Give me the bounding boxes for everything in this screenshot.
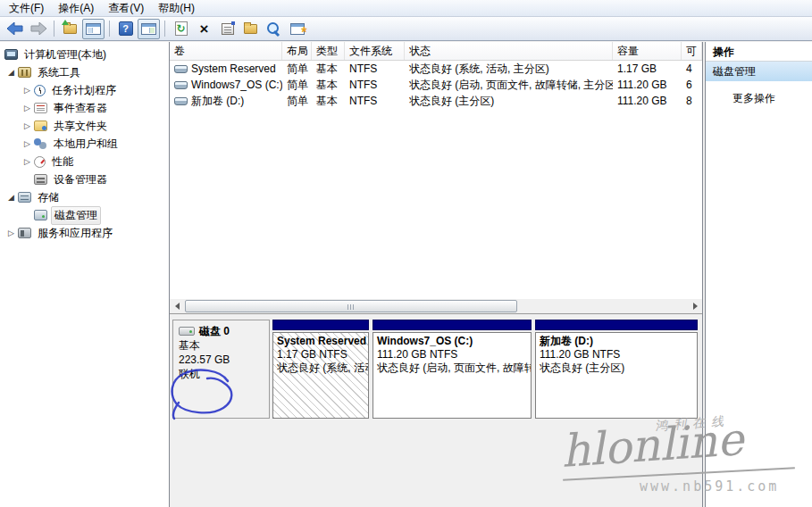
partitions: System Reserved 1.17 GB NTFS 状态良好 (系统, 活… (272, 320, 698, 419)
tree-item-local-users[interactable]: ▷ 本地用户和组 (0, 135, 169, 153)
horizontal-scrollbar[interactable] (170, 299, 702, 313)
partition-size: 1.17 GB NTFS (277, 348, 364, 362)
more-actions-item[interactable]: 更多操作 (706, 88, 812, 108)
tree-item-system-tools[interactable]: ◢ 系统工具 (0, 63, 169, 81)
volume-fs: NTFS (345, 93, 405, 109)
show-console-tree-icon (86, 23, 101, 35)
tree-item-performance[interactable]: ▷ 性能 (0, 153, 169, 170)
disk0-status: 联机 (179, 367, 264, 381)
partition-name: Windows7_OS (C:) (377, 335, 527, 348)
partition-windows7-os[interactable]: Windows7_OS (C:) 111.20 GB NTFS 状态良好 (启动… (373, 320, 532, 419)
volume-list: 卷 布局 类型 文件系统 状态 容量 可 System Reserved 简单 … (170, 42, 702, 299)
column-header-layout[interactable]: 布局 (282, 42, 312, 60)
volume-row-windows7-os[interactable]: Windows7_OS (C:) 简单 基本 NTFS 状态良好 (启动, 页面… (170, 77, 702, 93)
menu-view[interactable]: 查看(V) (101, 0, 151, 18)
volume-fs: NTFS (345, 77, 405, 93)
toolbar (0, 17, 812, 41)
expander-expanded-icon[interactable]: ◢ (5, 68, 17, 77)
volume-layout: 简单 (282, 61, 312, 77)
menu-bar: 文件(F) 操作(A) 查看(V) 帮助(H) (0, 0, 812, 17)
show-action-pane-button[interactable] (138, 19, 160, 39)
partition-status: 状态良好 (主分区) (540, 362, 693, 375)
scroll-left-button[interactable] (170, 299, 184, 313)
tree-item-services-apps[interactable]: ▷ 服务和应用程序 (0, 224, 169, 242)
delete-icon (200, 21, 209, 37)
volume-layout: 简单 (282, 93, 312, 109)
column-header-free[interactable]: 可 (682, 42, 702, 60)
volume-list-header: 卷 布局 类型 文件系统 状态 容量 可 (170, 42, 702, 61)
column-header-status[interactable]: 状态 (405, 42, 613, 60)
performance-icon (34, 156, 46, 168)
tree-item-device-manager[interactable]: 设备管理器 (0, 170, 169, 188)
primary-partition-band (535, 320, 698, 330)
scroll-right-button[interactable] (688, 299, 702, 313)
menu-action[interactable]: 操作(A) (51, 0, 101, 18)
scroll-left-arrow-icon (175, 303, 180, 310)
volume-row-new-volume-d[interactable]: 新加卷 (D:) 简单 基本 NTFS 状态良好 (主分区) 111.20 GB… (170, 93, 702, 109)
disk0-row: 磁盘 0 基本 223.57 GB 联机 System Reserved 1.1… (172, 320, 702, 419)
device-manager-icon (34, 174, 47, 185)
export-list-button[interactable] (59, 19, 81, 39)
customize-button[interactable] (286, 19, 308, 39)
volume-free: 6 (682, 77, 702, 93)
volume-name: 新加卷 (D:) (191, 93, 244, 109)
toolbar-separator (164, 21, 165, 37)
help-button[interactable] (114, 19, 137, 39)
system-tools-icon (18, 67, 31, 78)
tree-item-disk-management[interactable]: 磁盘管理 (0, 206, 169, 224)
center-pane: 卷 布局 类型 文件系统 状态 容量 可 System Reserved 简单 … (170, 42, 703, 507)
main-area: 计算机管理(本地) ◢ 系统工具 ▷ 任务计划程序 ▷ 事件查看器 ▷ 共享文件… (0, 42, 812, 507)
tree-item-label: 共享文件夹 (51, 118, 110, 135)
volume-name: Windows7_OS (C:) (191, 77, 282, 93)
properties-button[interactable] (216, 19, 239, 39)
disk0-type: 基本 (179, 338, 264, 353)
expander-collapsed-icon[interactable]: ▷ (21, 86, 33, 95)
partition-new-volume-d[interactable]: 新加卷 (D:) 111.20 GB NTFS 状态良好 (主分区) (535, 320, 698, 419)
partition-size: 111.20 GB NTFS (540, 348, 693, 362)
column-header-type[interactable]: 类型 (312, 42, 345, 60)
find-button[interactable] (263, 19, 285, 39)
tree-item-storage[interactable]: ◢ 存储 (0, 188, 169, 206)
delete-button[interactable] (193, 19, 215, 39)
column-header-filesystem[interactable]: 文件系统 (345, 42, 405, 60)
partition-body[interactable]: Windows7_OS (C:) 111.20 GB NTFS 状态良好 (启动… (373, 332, 532, 419)
expander-collapsed-icon[interactable]: ▷ (21, 139, 33, 148)
show-console-tree-button[interactable] (82, 19, 105, 39)
tree-item-event-viewer[interactable]: ▷ 事件查看器 (0, 99, 169, 117)
expander-collapsed-icon[interactable]: ▷ (21, 157, 33, 166)
partition-body-selected[interactable]: System Reserved 1.17 GB NTFS 状态良好 (系统, 活… (272, 332, 369, 419)
shared-folders-icon (34, 121, 47, 131)
volume-capacity: 111.20 GB (613, 77, 682, 93)
partition-body[interactable]: 新加卷 (D:) 111.20 GB NTFS 状态良好 (主分区) (535, 332, 698, 419)
column-header-capacity[interactable]: 容量 (613, 42, 682, 60)
volume-row-system-reserved[interactable]: System Reserved 简单 基本 NTFS 状态良好 (系统, 活动,… (170, 61, 702, 77)
local-users-icon (34, 138, 47, 149)
menu-file[interactable]: 文件(F) (2, 0, 51, 18)
expander-collapsed-icon[interactable]: ▷ (5, 229, 17, 237)
tree-item-label: 事件查看器 (51, 100, 110, 117)
computer-icon (4, 49, 18, 60)
volume-type: 基本 (312, 93, 345, 109)
show-action-pane-icon (141, 23, 156, 35)
tree-item-label: 任务计划程序 (49, 82, 119, 99)
volume-icon (174, 65, 188, 73)
actions-disk-management-item[interactable]: 磁盘管理 (706, 62, 812, 81)
tree-item-shared-folders[interactable]: ▷ 共享文件夹 (0, 117, 169, 135)
expander-expanded-icon[interactable]: ◢ (5, 193, 17, 202)
disk0-label[interactable]: 磁盘 0 基本 223.57 GB 联机 (172, 320, 270, 419)
partition-system-reserved[interactable]: System Reserved 1.17 GB NTFS 状态良好 (系统, 活… (272, 320, 369, 419)
open-button[interactable] (239, 19, 262, 39)
customize-icon (290, 23, 305, 35)
volume-status: 状态良好 (启动, 页面文件, 故障转储, 主分区) (405, 77, 613, 93)
column-header-volume[interactable]: 卷 (170, 42, 282, 60)
expander-collapsed-icon[interactable]: ▷ (21, 104, 33, 112)
menu-help[interactable]: 帮助(H) (151, 0, 202, 18)
forward-button[interactable] (27, 19, 49, 39)
tree-item-task-scheduler[interactable]: ▷ 任务计划程序 (0, 81, 169, 99)
refresh-button[interactable] (170, 19, 192, 39)
expander-collapsed-icon[interactable]: ▷ (21, 121, 33, 130)
tree-item-computer-management[interactable]: 计算机管理(本地) (0, 46, 169, 63)
volume-status: 状态良好 (系统, 活动, 主分区) (405, 61, 613, 77)
back-button[interactable] (4, 19, 26, 39)
scrollbar-thumb[interactable] (185, 300, 517, 312)
